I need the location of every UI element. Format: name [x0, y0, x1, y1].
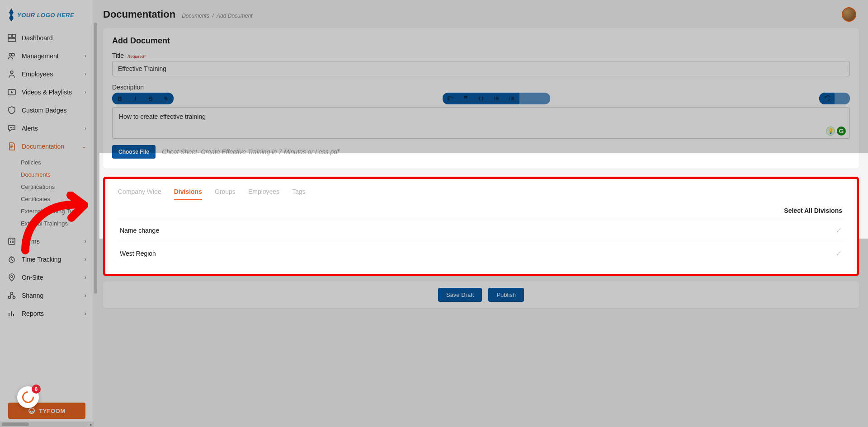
editor-extra-2-button[interactable] — [535, 93, 550, 104]
sidebar-item-label: Alerts — [22, 125, 38, 132]
sub-item-policies[interactable]: Policies — [21, 156, 94, 169]
sidebar-item-reports[interactable]: Reports › — [0, 305, 94, 323]
tab-company-wide[interactable]: Company Wide — [118, 185, 161, 200]
breadcrumb: Documents / Add Document — [182, 13, 252, 19]
sidebar-item-dashboard[interactable]: Dashboard — [0, 29, 94, 47]
actions-card: Save Draft Publish — [103, 282, 859, 308]
users-icon — [7, 52, 16, 61]
description-value: How to create effective training — [119, 113, 206, 120]
sub-item-documents[interactable]: Documents — [21, 169, 94, 181]
sub-item-ext-training-types[interactable]: External Training Types — [21, 205, 94, 217]
sidebar-horizontal-scroll[interactable]: ▸ — [0, 422, 94, 427]
logo-mark-icon — [8, 8, 14, 22]
clock-icon — [7, 255, 16, 264]
sidebar-item-label: On-Site — [22, 274, 43, 281]
tab-groups[interactable]: Groups — [215, 185, 236, 200]
italic-button[interactable]: I — [127, 93, 143, 104]
svg-rect-1 — [12, 34, 15, 38]
sidebar-item-on-site[interactable]: On-Site › — [0, 268, 94, 286]
sidebar-item-employees[interactable]: Employees › — [0, 65, 94, 83]
tab-divisions[interactable]: Divisions — [174, 185, 202, 200]
svg-point-9 — [13, 127, 14, 128]
sidebar-item-label: Time Tracking — [22, 256, 61, 263]
svg-point-16 — [29, 408, 34, 413]
tyfoom-logo-icon — [28, 407, 35, 414]
chevron-right-icon: › — [85, 89, 86, 95]
undo-button[interactable] — [819, 93, 835, 104]
sidebar-item-label: Sharing — [22, 292, 43, 299]
publish-button[interactable]: Publish — [488, 288, 524, 302]
sidebar-item-management[interactable]: Management › — [0, 47, 94, 65]
chevron-right-icon: › — [85, 256, 86, 263]
check-icon[interactable]: ✓ — [835, 249, 842, 258]
editor-extra-1-button[interactable] — [519, 93, 535, 104]
sub-item-ext-trainings[interactable]: External Trainings — [21, 217, 94, 230]
link-button[interactable] — [158, 93, 174, 104]
page-title: Documentation — [103, 9, 175, 20]
code-button[interactable] — [473, 93, 489, 104]
sidebar-item-videos[interactable]: Videos & Playlists › — [0, 83, 94, 101]
svg-point-15 — [13, 296, 15, 299]
sidebar-item-badges[interactable]: Custom Badges — [0, 101, 94, 119]
division-row[interactable]: Name change ✓ — [118, 219, 844, 242]
sub-item-certifications[interactable]: Certifications — [21, 181, 94, 193]
svg-point-12 — [11, 276, 13, 277]
grammarly-icon[interactable]: G — [837, 127, 846, 136]
breadcrumb-current: Add Document — [217, 13, 252, 19]
share-icon — [7, 291, 16, 300]
brand-footer-button[interactable]: TYFOOM — [8, 403, 85, 419]
avatar[interactable] — [842, 7, 856, 22]
chat-badge: 8 — [32, 385, 41, 394]
choose-file-button[interactable]: Choose File — [112, 145, 156, 159]
sidebar-nav: Dashboard Management › Employees › Video… — [0, 29, 94, 396]
tab-employees[interactable]: Employees — [248, 185, 279, 200]
sidebar-item-alerts[interactable]: Alerts › — [0, 119, 94, 137]
bullet-list-button[interactable] — [489, 93, 504, 104]
sidebar-item-label: Management — [22, 52, 59, 60]
svg-text:3: 3 — [509, 99, 510, 101]
breadcrumb-parent[interactable]: Documents — [182, 13, 209, 19]
chart-icon — [7, 309, 16, 318]
sidebar-item-label: Employees — [22, 70, 53, 78]
topbar: Documentation Documents / Add Document — [99, 0, 863, 25]
strikethrough-button[interactable]: S — [143, 93, 158, 104]
sidebar-item-documentation[interactable]: Documentation ⌄ — [0, 137, 94, 155]
svg-point-5 — [10, 71, 13, 74]
chevron-down-icon: ⌄ — [82, 143, 86, 150]
sidebar-item-sharing[interactable]: Sharing › — [0, 286, 94, 305]
document-icon — [7, 142, 16, 151]
chevron-right-icon: › — [85, 53, 86, 59]
svg-point-19 — [494, 99, 495, 100]
redo-button[interactable] — [835, 93, 850, 104]
required-badge: Required* — [127, 54, 146, 59]
suggestion-icon[interactable]: 💡 — [826, 127, 835, 136]
play-icon — [7, 88, 16, 97]
check-icon[interactable]: ✓ — [835, 225, 842, 235]
title-input[interactable] — [112, 61, 850, 76]
ordered-list-button[interactable]: 123 — [504, 93, 519, 104]
sidebar-item-label: Custom Badges — [22, 107, 67, 114]
documentation-submenu: Policies Documents Certifications Certif… — [0, 155, 94, 232]
sidebar-scrollbar[interactable] — [94, 23, 97, 294]
svg-point-8 — [11, 127, 12, 128]
heading-button[interactable] — [443, 93, 458, 104]
svg-point-7 — [10, 127, 11, 128]
scroll-right-icon[interactable]: ▸ — [90, 422, 92, 427]
editor-toolbar: B I S ❞ 123 — [112, 93, 850, 104]
save-draft-button[interactable]: Save Draft — [438, 288, 482, 302]
sidebar-item-time-tracking[interactable]: Time Tracking › — [0, 250, 94, 268]
sidebar-item-forms[interactable]: Forms › — [0, 232, 94, 250]
svg-rect-2 — [8, 38, 15, 42]
logo[interactable]: YOUR LOGO HERE — [0, 0, 94, 29]
quote-button[interactable]: ❞ — [458, 93, 473, 104]
sub-item-certificates[interactable]: Certificates — [21, 193, 94, 205]
chevron-right-icon: › — [85, 274, 86, 281]
chat-fab[interactable]: 8 — [17, 386, 39, 408]
tab-tags[interactable]: Tags — [292, 185, 306, 200]
bold-button[interactable]: B — [112, 93, 127, 104]
breadcrumb-sep: / — [211, 13, 217, 19]
select-all-divisions[interactable]: Select All Divisions — [784, 207, 842, 214]
scroll-thumb[interactable] — [2, 422, 29, 426]
description-editor[interactable]: How to create effective training 💡 G — [112, 107, 850, 139]
division-row[interactable]: West Region ✓ — [118, 242, 844, 265]
